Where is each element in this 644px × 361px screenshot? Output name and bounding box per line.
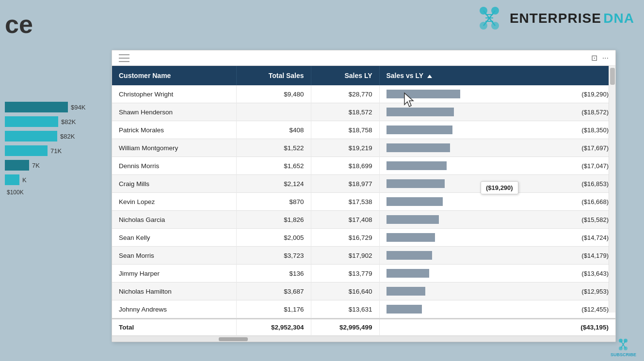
sales-vs-ly-value: ($15,582) [570,216,609,223]
cell-sales-ly: $16,729 [311,229,379,247]
cell-name: Kevin Lopez [112,193,236,211]
table-row: William Montgomery$1,522$19,219($17,697) [112,139,615,157]
table-row: Patrick Morales$408$18,758($18,350) [112,121,615,139]
table-topbar: ⊡ ··· [112,50,615,66]
cell-total-sales: $870 [236,193,311,211]
total-row: Total $2,952,304 $2,995,499 ($43,195) [112,319,615,336]
cell-name: Sean Kelly [112,229,236,247]
sales-vs-ly-value: ($16,668) [570,198,609,205]
chart-bar-4 [5,145,48,156]
sales-vs-ly-value: ($17,697) [570,144,609,152]
sales-vs-ly-value: ($14,179) [570,252,609,259]
sales-vs-ly-value: ($12,455) [570,306,609,313]
table-container: ⊡ ··· Customer Name Total Sales Sales LY [112,50,616,342]
cell-total-sales: $136 [236,265,311,283]
cell-sales-ly: $17,408 [311,211,379,229]
chart-label-6: K [22,176,27,184]
chart-bar-row-2: $82K [5,116,112,127]
bar-visual [386,179,445,188]
cell-total-sales [236,103,311,121]
cell-name: Nicholas Hamilton [112,283,236,300]
th-customer-name[interactable]: Customer Name [112,66,236,85]
cell-name: Dennis Morris [112,157,236,175]
th-sales-vs-ly[interactable]: Sales vs LY [379,66,615,85]
bar-visual [386,108,454,116]
cell-total-sales: $2,124 [236,175,311,193]
chart-label-4: 71K [50,147,62,155]
cell-total-sales: $9,480 [236,85,311,103]
logo-area: ENTERPRISE DNA [475,5,634,31]
cell-sales-vs-ly: ($18,350) [379,121,615,139]
chart-bar-row-6: K [5,174,112,185]
cell-sales-vs-ly: ($15,582) [379,211,615,229]
cell-sales-ly: $13,779 [311,265,379,283]
logo-text: ENTERPRISE DNA [510,11,634,26]
cell-sales-ly: $17,902 [311,247,379,265]
cell-sales-ly: $18,699 [311,157,379,175]
bar-visual [386,233,435,242]
table-row: Johnny Andrews$1,176$13,631($12,455) [112,300,615,318]
cell-sales-ly: $18,572 [311,103,379,121]
scroll-thumb[interactable] [610,68,615,85]
chart-bar-row-1: $94K [5,102,112,112]
chart-bar-row-3: $82K [5,131,112,141]
cell-sales-ly: $16,640 [311,283,379,300]
subscribe-badge: SUBSCRIBE [611,338,636,357]
chart-bar-6 [5,174,19,185]
dna-icon [475,5,504,31]
cell-sales-ly: $19,219 [311,139,379,157]
cell-name: Craig Mills [112,175,236,193]
total-sales-ly-value: $2,995,499 [311,319,379,336]
vertical-scrollbar[interactable] [609,66,615,313]
cell-sales-ly: $17,538 [311,193,379,211]
table-row: Christopher Wright$9,480$28,770($19,290) [112,85,615,103]
cell-sales-ly: $18,758 [311,121,379,139]
chart-bar-5 [5,160,29,171]
table-handle[interactable] [119,54,129,63]
page-title-partial: ce [0,10,33,39]
table-row: Kevin Lopez$870$17,538($16,668) [112,193,615,211]
cell-sales-vs-ly: ($14,724) [379,229,615,247]
more-options-icon[interactable]: ··· [602,54,609,63]
cell-sales-ly: $28,770 [311,85,379,103]
sales-vs-ly-value: ($17,047) [570,162,609,170]
cell-total-sales: $3,723 [236,247,311,265]
table-row: Craig Mills$2,124$18,977($16,853) [112,175,615,193]
cell-sales-vs-ly: ($17,697) [379,139,615,157]
cell-name: Christopher Wright [112,85,236,103]
cell-sales-vs-ly: ($17,047) [379,157,615,175]
bar-visual [386,161,447,170]
h-scroll-thumb[interactable] [219,337,248,341]
th-total-sales[interactable]: Total Sales [236,66,311,85]
chart-bar-3 [5,131,57,141]
cell-total-sales: $1,522 [236,139,311,157]
cell-total-sales: $1,652 [236,157,311,175]
bar-visual [386,269,429,278]
subscribe-label: SUBSCRIBE [611,352,636,357]
sales-vs-ly-value: ($12,953) [570,288,609,295]
cell-name: Sean Morris [112,247,236,265]
topbar-icons: ⊡ ··· [591,53,609,63]
chart-label-3: $82K [60,133,75,140]
subscribe-dna-icon [616,338,630,351]
table-row: Nicholas Hamilton$3,687$16,640($12,953) [112,283,615,300]
table-row: Sean Kelly$2,005$16,729($14,724) [112,229,615,247]
cell-name: Johnny Andrews [112,300,236,318]
horizontal-scrollbar[interactable] [112,336,615,342]
sales-vs-ly-value: ($16,853) [570,180,609,188]
chart-bar-2 [5,116,58,127]
cell-name: Jimmy Harper [112,265,236,283]
cell-sales-ly: $18,977 [311,175,379,193]
total-sales-value: $2,952,304 [236,319,311,336]
expand-icon[interactable]: ⊡ [591,53,597,63]
th-sales-ly[interactable]: Sales LY [311,66,379,85]
table-row: Jimmy Harper$136$13,779($13,643) [112,265,615,283]
table-row: Shawn Henderson$18,572($18,572) [112,103,615,121]
cell-sales-vs-ly: ($18,572) [379,103,615,121]
total-table: Total $2,952,304 $2,995,499 ($43,195) [112,318,615,336]
cell-name: Shawn Henderson [112,103,236,121]
left-chart: $94K $82K $82K 71K 7K K $100K [0,97,112,201]
chart-label-5: 7K [32,162,40,169]
table-scroll-area[interactable]: Customer Name Total Sales Sales LY Sales… [112,66,615,318]
cell-name: Patrick Morales [112,121,236,139]
